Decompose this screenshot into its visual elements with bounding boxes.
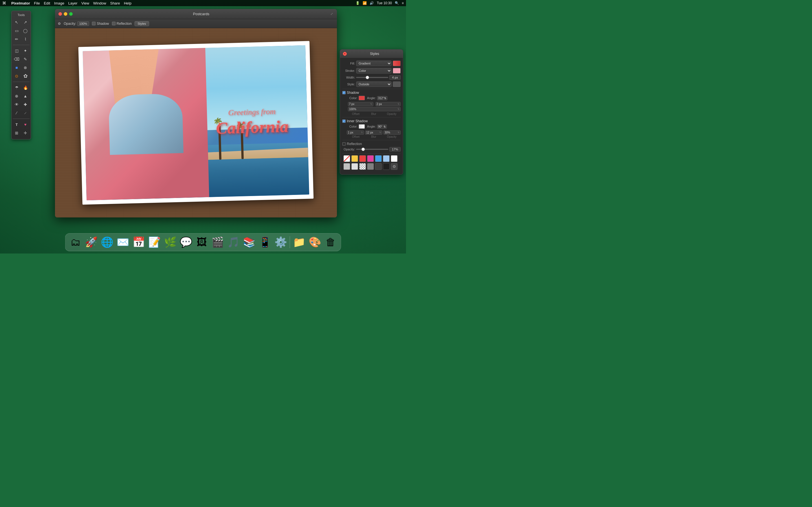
- swatch-checkered[interactable]: [359, 163, 366, 170]
- menu-edit[interactable]: Edit: [44, 1, 50, 5]
- tool-path[interactable]: ⟋: [21, 109, 29, 117]
- tool-shape[interactable]: ♥: [21, 121, 29, 128]
- tool-text[interactable]: T: [13, 121, 20, 128]
- dock-photos[interactable]: 🖼: [195, 235, 209, 249]
- swatch-red[interactable]: [359, 155, 366, 162]
- tool-dodge[interactable]: ☂: [13, 83, 20, 92]
- inner-shadow-color-swatch[interactable]: [359, 124, 365, 129]
- spotlight-icon[interactable]: 🔍: [395, 1, 399, 5]
- menu-share[interactable]: Share: [110, 1, 120, 5]
- inner-shadow-offset-value[interactable]: 1 px ⇅: [347, 130, 364, 135]
- shadow-checkbox[interactable]: [92, 22, 96, 25]
- tool-burn[interactable]: 🔥: [21, 83, 29, 92]
- shadow-color-swatch[interactable]: [359, 96, 365, 100]
- tool-zoom[interactable]: ⊞: [13, 129, 20, 137]
- stroke-select[interactable]: Color: [356, 68, 392, 73]
- tool-crop[interactable]: ◫: [13, 47, 20, 55]
- tool-rect-select[interactable]: ▭: [13, 27, 20, 35]
- dock-messages[interactable]: 💬: [179, 235, 193, 249]
- styles-close-button[interactable]: ✕: [343, 52, 347, 56]
- tool-gradient[interactable]: ⊙: [13, 72, 20, 80]
- inner-shadow-blur-value[interactable]: 12 px ⇅: [365, 130, 382, 135]
- dock-launchpad[interactable]: 🚀: [84, 235, 99, 249]
- shadow-opacity-value[interactable]: 100% ⇅: [348, 107, 401, 111]
- swatch-gear[interactable]: ⚙: [391, 163, 398, 170]
- stroke-color-swatch[interactable]: [393, 68, 401, 73]
- settings-icon-toolbar[interactable]: ⚙: [58, 22, 61, 25]
- dock-quicktime[interactable]: 🎬: [210, 235, 225, 249]
- maximize-button[interactable]: [69, 12, 73, 16]
- width-value[interactable]: 4 px: [389, 75, 401, 80]
- dock-contacts[interactable]: 🌿: [163, 235, 177, 249]
- swatch-darkgray[interactable]: [375, 163, 382, 170]
- fill-color-swatch[interactable]: [393, 61, 401, 66]
- notif-icon[interactable]: ≡: [402, 1, 404, 5]
- swatch-lightblue[interactable]: [383, 155, 390, 162]
- app-name[interactable]: Pixelmator: [11, 1, 30, 5]
- reflection-opacity-slider[interactable]: [356, 149, 388, 150]
- swatch-cyan[interactable]: [375, 155, 382, 162]
- dock-appstore[interactable]: 📱: [258, 235, 272, 249]
- shadow-blur-value[interactable]: 2 px ⇅: [375, 102, 401, 106]
- canvas-area[interactable]: Greetings from California: [55, 28, 337, 217]
- dock-pixelmator[interactable]: 🎨: [308, 235, 322, 249]
- tool-pencil[interactable]: ✎: [21, 55, 29, 63]
- reflection-opacity-value[interactable]: 17%: [389, 147, 401, 152]
- dock-trash[interactable]: 🗑: [323, 235, 338, 249]
- dock-itunes[interactable]: 🎵: [226, 235, 241, 249]
- tool-eraser[interactable]: ⌫: [13, 55, 20, 63]
- dock-calendar[interactable]: 📅: [132, 235, 146, 249]
- postcard[interactable]: Greetings from California: [79, 41, 313, 205]
- style-select[interactable]: Outside: [356, 81, 392, 87]
- tool-sharpen[interactable]: ▲: [21, 92, 29, 100]
- inner-shadow-angle-value[interactable]: 90° ⇅: [377, 124, 387, 129]
- shadow-offset-value[interactable]: 7 px ⇅: [348, 102, 373, 106]
- reflection-enabled-checkbox[interactable]: [342, 142, 346, 146]
- tool-arrow[interactable]: ↖: [13, 18, 20, 26]
- menu-window[interactable]: Window: [93, 1, 106, 5]
- swatch-white[interactable]: [391, 155, 398, 162]
- tool-picker[interactable]: ✦: [21, 47, 29, 55]
- menu-view[interactable]: View: [82, 1, 89, 5]
- tool-line[interactable]: ∕: [13, 109, 20, 117]
- shadow-angle-value[interactable]: 312° ⇅: [377, 96, 388, 100]
- menu-layer[interactable]: Layer: [68, 1, 78, 5]
- fill-select[interactable]: Gradient: [356, 61, 392, 66]
- tool-candy[interactable]: ✿: [21, 72, 29, 80]
- dock-finder[interactable]: 🗂: [68, 235, 83, 249]
- swatch-lightgray[interactable]: [351, 163, 358, 170]
- swatch-none[interactable]: [343, 155, 350, 162]
- minimize-button[interactable]: [64, 12, 67, 16]
- expand-button[interactable]: ⤢: [329, 12, 334, 16]
- tool-freeform[interactable]: ✏: [13, 35, 20, 43]
- width-slider[interactable]: [356, 77, 388, 78]
- style-line-swatch[interactable]: [393, 81, 401, 87]
- menu-help[interactable]: Help: [124, 1, 132, 5]
- reflection-toggle[interactable]: Reflection: [112, 22, 132, 25]
- tool-ellipse-select[interactable]: ◯: [21, 27, 29, 35]
- menu-file[interactable]: File: [34, 1, 40, 5]
- swatch-pink[interactable]: [367, 155, 374, 162]
- reflection-checkbox[interactable]: [112, 22, 116, 25]
- swatch-gray[interactable]: [367, 163, 374, 170]
- dock-files[interactable]: 📁: [292, 235, 306, 249]
- inner-shadow-enabled-checkbox[interactable]: ✓: [342, 119, 346, 123]
- menu-image[interactable]: Image: [54, 1, 64, 5]
- tool-blur[interactable]: ⊕: [13, 92, 20, 100]
- shadow-enabled-checkbox[interactable]: ✓: [342, 91, 346, 94]
- dock-mail[interactable]: ✉️: [116, 235, 130, 249]
- dock-notes[interactable]: 📝: [147, 235, 162, 249]
- swatch-silver[interactable]: [343, 163, 350, 170]
- opacity-value[interactable]: 100%: [77, 21, 89, 26]
- tool-lasso[interactable]: ⌇: [21, 35, 29, 43]
- tool-eyedrop[interactable]: ✛: [21, 129, 29, 137]
- dock-safari[interactable]: 🌐: [100, 235, 114, 249]
- inner-shadow-opacity-value[interactable]: 30% ⇅: [384, 130, 401, 135]
- tool-redeye[interactable]: 👁: [13, 101, 20, 108]
- tool-heal[interactable]: ✚: [21, 101, 29, 108]
- tool-cursor[interactable]: ↗: [21, 18, 29, 26]
- dock-books[interactable]: 📚: [242, 235, 257, 249]
- swatch-yellow[interactable]: [351, 155, 358, 162]
- close-button[interactable]: [58, 12, 62, 16]
- styles-button[interactable]: Styles: [135, 21, 149, 26]
